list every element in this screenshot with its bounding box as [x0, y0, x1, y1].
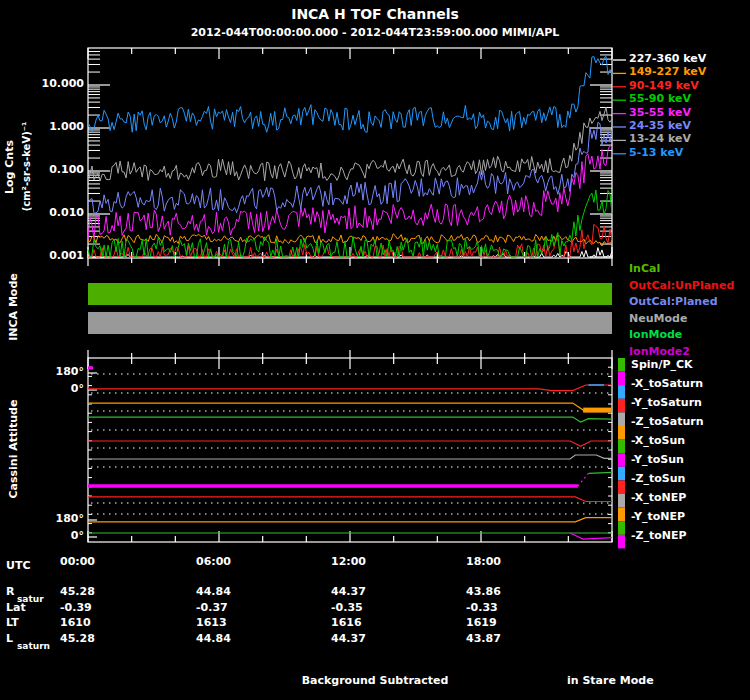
attitude-legend-label: -Z_toSaturn [631, 416, 704, 428]
table-cell-value: 1613 [196, 617, 227, 629]
attitude-colorbar-segment [618, 480, 625, 494]
inca-plot-window: { "title": "INCA H TOF Channels", "subti… [0, 0, 750, 700]
flux-legend-label: 24-35 keV [629, 120, 691, 132]
attitude-colorbar-segment [618, 440, 625, 454]
mode-bar [88, 312, 612, 334]
attitude-legend-label: -Y_toSun [631, 454, 684, 466]
flux-legend-label: 13-24 keV [629, 133, 691, 145]
attitude-line-gray-1 [88, 455, 612, 459]
attitude-colorbar-segment [618, 358, 625, 372]
attitude-legend-label: -X_toNEP [631, 492, 686, 504]
table-cell-value: -0.39 [60, 602, 92, 614]
attitude-seg-magenta-end [570, 533, 612, 539]
attitude-line-red-3 [88, 497, 612, 502]
attitude-line-orange-2 [88, 518, 612, 522]
flux-series-5-13-keV [88, 56, 612, 132]
attitude-seg-magenta-rise [578, 473, 589, 486]
attitude-legend-label: -X_toSun [631, 435, 685, 447]
table-cell-value: 1616 [331, 617, 362, 629]
mode-legend-label: OutCal:UnPlaned [629, 280, 734, 292]
flux-ytick-label: 1.000 [0, 121, 84, 133]
attitude-colorbar-segment [618, 385, 625, 399]
attitude-colorbar-segment [618, 372, 625, 386]
table-cell-value: -0.37 [196, 602, 228, 614]
mode-legend-label: IonMode [629, 329, 682, 341]
mode-panel-label: INCA Mode [8, 247, 20, 367]
table-cell-value: 1610 [60, 617, 91, 629]
utc-tick-label: 06:00 [196, 556, 231, 568]
attitude-legend-label: -Z_toNEP [631, 530, 687, 542]
attitude-line-green-1 [88, 417, 612, 422]
flux-ytick-label: 0.010 [0, 207, 84, 219]
attitude-ytick-label: 0° [0, 530, 84, 542]
mode-legend-label: InCal [629, 263, 660, 275]
attitude-legend-label: -Z_toSun [631, 473, 685, 485]
attitude-colorbar-segment [618, 535, 625, 549]
table-row-label: LT [6, 617, 19, 629]
attitude-colorbar-segment [618, 508, 625, 522]
attitude-ytick-label: 0° [0, 383, 84, 395]
flux-legend-label: 90-149 keV [629, 80, 699, 92]
table-cell-value: -0.35 [331, 602, 363, 614]
page-title: INCA H TOF Channels [275, 7, 475, 22]
mode-legend-label: NeuMode [629, 313, 687, 325]
attitude-colorbar-segment [618, 467, 625, 481]
flux-ytick-label: 0.100 [0, 164, 84, 176]
table-row-label: Lat [6, 602, 26, 614]
table-row-label: L [6, 633, 13, 645]
mode-bar [88, 283, 612, 305]
attitude-ytick-label: 180° [0, 366, 84, 378]
flux-ytick-label: 0.001 [0, 250, 84, 262]
mode-legend-label: OutCal:Planed [629, 296, 718, 308]
flux-series-35-55-keV [88, 145, 612, 239]
attitude-ytick-label: 180° [0, 513, 84, 525]
table-cell-value: 45.28 [60, 586, 95, 598]
utc-axis-label: UTC [6, 560, 31, 572]
stare-mode-note: in Stare Mode [567, 675, 654, 687]
table-cell-value: -0.33 [466, 602, 498, 614]
table-cell-value: 1619 [466, 617, 497, 629]
attitude-colorbar-segment [618, 453, 625, 467]
flux-legend-label: 227-360 keV [629, 53, 706, 65]
flux-legend-label: 5-13 keV [629, 147, 683, 159]
table-cell-value: 44.37 [331, 586, 366, 598]
table-row-label: R [6, 586, 14, 598]
flux-series-13-24-keV [88, 107, 612, 183]
attitude-colorbar-segment [618, 426, 625, 440]
flux-series-149-227-keV [88, 234, 612, 246]
table-cell-value: 43.86 [466, 586, 501, 598]
attitude-line-red-1 [88, 385, 612, 391]
utc-tick-label: 18:00 [466, 556, 501, 568]
mode-legend-label: IonMode2 [629, 346, 690, 358]
attitude-line-red-2 [88, 441, 612, 446]
flux-legend-label: 149-227 keV [629, 66, 706, 78]
attitude-legend-label: -X_toSaturn [631, 378, 703, 390]
table-row-label-subscript: saturn [17, 642, 50, 652]
attitude-legend-label: -Y_toNEP [631, 511, 685, 523]
attitude-colorbar-segment [618, 521, 625, 535]
table-cell-value: 43.87 [466, 633, 501, 645]
attitude-legend-label: -Y_toSaturn [631, 397, 702, 409]
flux-panel-border [88, 48, 612, 258]
background-subtracted-note: Background Subtracted [275, 675, 475, 687]
table-cell-value: 45.28 [60, 633, 95, 645]
flux-ytick-label: 10.000 [0, 78, 84, 90]
utc-tick-label: 12:00 [331, 556, 366, 568]
flux-legend-label: 55-90 keV [629, 93, 691, 105]
time-range-subtitle: 2012-044T00:00:00.000 - 2012-044T23:59:0… [175, 27, 575, 39]
table-cell-value: 44.84 [196, 586, 231, 598]
attitude-colorbar-segment [618, 399, 625, 413]
attitude-seg-green-end [588, 472, 612, 473]
utc-tick-label: 00:00 [60, 556, 95, 568]
attitude-colorbar-segment [618, 494, 625, 508]
attitude-colorbar-segment [618, 412, 625, 426]
flux-legend-label: 35-55 keV [629, 107, 691, 119]
table-cell-value: 44.84 [196, 633, 231, 645]
attitude-line-orange-1 [88, 403, 612, 410]
table-cell-value: 44.37 [331, 633, 366, 645]
flux-series-24-35-keV [88, 122, 612, 213]
attitude-legend-label: Spin/P_CK [631, 359, 693, 371]
